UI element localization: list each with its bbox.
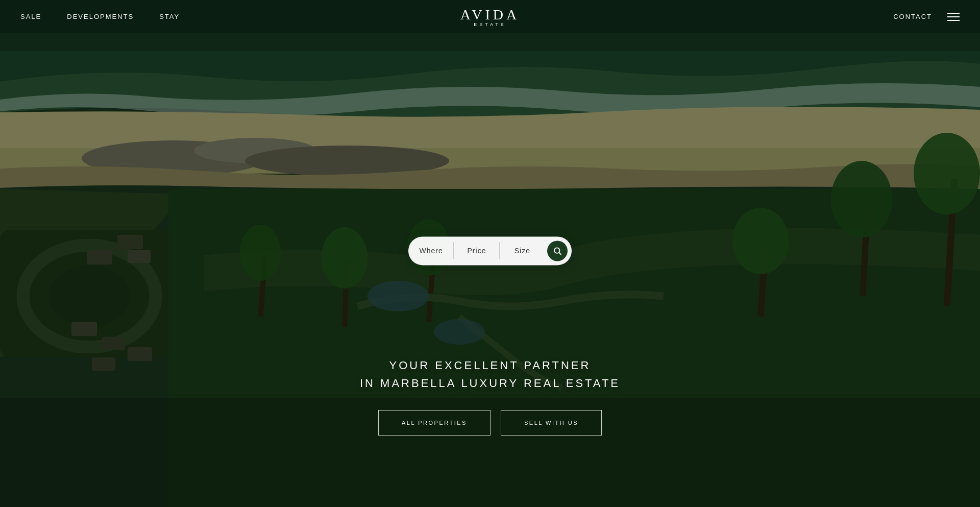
- all-properties-button[interactable]: ALL PROPERTIES: [378, 410, 491, 436]
- price-label: Price: [468, 247, 486, 255]
- size-label: Size: [514, 247, 530, 255]
- hero-content: YOUR EXCELLENT PARTNER IN MARBELLA LUXUR…: [286, 356, 694, 436]
- logo[interactable]: AVIDA ESTATE: [460, 7, 520, 27]
- menu-button[interactable]: [947, 13, 960, 21]
- svg-point-33: [554, 248, 560, 253]
- logo-main: AVIDA: [460, 7, 520, 23]
- nav-right: CONTACT: [893, 13, 960, 21]
- navbar: SALE DEVELOPMENTS STAY AVIDA ESTATE CONT…: [0, 0, 980, 33]
- nav-developments[interactable]: DEVELOPMENTS: [67, 13, 134, 20]
- tagline-line1: YOUR EXCELLENT PARTNER: [389, 359, 591, 372]
- where-field[interactable]: Where: [408, 236, 454, 265]
- search-button[interactable]: [547, 240, 568, 261]
- nav-sale[interactable]: SALE: [20, 13, 41, 20]
- svg-line-34: [559, 252, 561, 254]
- where-label: Where: [420, 247, 443, 255]
- hamburger-line-1: [947, 13, 960, 14]
- sell-with-us-button[interactable]: SELL WITH US: [501, 410, 602, 436]
- price-field[interactable]: Price: [454, 236, 499, 265]
- hamburger-line-3: [947, 20, 960, 21]
- nav-left: SALE DEVELOPMENTS STAY: [20, 13, 180, 20]
- nav-contact[interactable]: CONTACT: [893, 13, 932, 20]
- hero-buttons: ALL PROPERTIES SELL WITH US: [286, 410, 694, 436]
- search-icon: [553, 246, 562, 255]
- search-container: Where Price Size: [408, 236, 572, 265]
- nav-stay[interactable]: STAY: [159, 13, 180, 20]
- size-field[interactable]: Size: [500, 236, 545, 265]
- tagline-line2: IN MARBELLA LUXURY REAL ESTATE: [360, 377, 620, 390]
- hero-tagline: YOUR EXCELLENT PARTNER IN MARBELLA LUXUR…: [286, 356, 694, 392]
- search-bar: Where Price Size: [408, 236, 572, 265]
- hamburger-line-2: [947, 16, 960, 17]
- logo-sub: ESTATE: [474, 22, 506, 27]
- hero-section: SALE DEVELOPMENTS STAY AVIDA ESTATE CONT…: [0, 0, 980, 507]
